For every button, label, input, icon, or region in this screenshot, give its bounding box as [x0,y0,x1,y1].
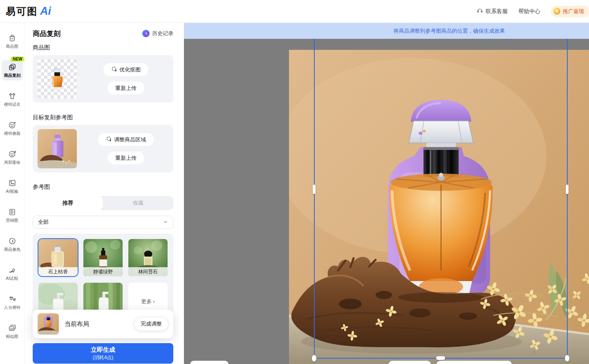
sidebar-item-inpaint[interactable]: 局部重绘 [2,147,23,167]
lasso-icon [106,136,112,143]
logo-text: 易可图 [6,5,38,18]
product-image-card: 优化抠图 重新上传 [33,55,173,103]
finish-adjust-button[interactable]: 完成调整 [134,317,168,331]
sidebar-item-label: 商品换色 [4,247,20,252]
selection-handle-mid-right[interactable] [566,185,569,194]
chevron-down-icon [163,219,168,226]
sidebar-item-recolor[interactable]: 商品换色 [2,234,23,255]
app-logo[interactable]: 易可图 Ai [6,5,51,18]
sidebar-item-product-image[interactable]: 商品图 [2,31,23,51]
history-label: 历史记录 [152,30,173,37]
tshirt-icon [8,92,17,100]
sidebar-item-label: 相似图 [6,334,18,339]
left-panel: 商品复刻 历史记录 商品图 [25,23,184,364]
adjust-product-area-button[interactable]: 调整商品区域 [98,133,154,146]
promo-cashback-label: 推广返现 [563,8,584,15]
high-heel-icon [8,266,17,275]
target-reference-label: 目标复刻参考图 [33,114,173,121]
sidebar-item-label: 商品复刻 [4,73,20,78]
current-layout-card: 当前布局 完成调整 [33,310,173,338]
reference-item-3[interactable]: 林间苔石 [128,239,168,276]
coin-icon: ¥ [553,8,560,15]
current-layout-label: 当前布局 [65,320,89,328]
reupload-product-button[interactable]: 重新上传 [107,82,144,94]
smiley-face-icon [8,121,17,130]
help-center-label: 帮助中心 [518,8,540,15]
sidebar-item-ai-video[interactable]: AI视频 [2,176,23,197]
mannequin-icon [8,295,17,304]
sidebar-item-label: 局部重绘 [4,160,20,165]
category-select[interactable]: 全部 [33,216,173,229]
reference-item-label: 石上枯香 [38,267,78,276]
notice-bar: 将商品调整到参考图商品的位置，确保生成效果 [184,23,589,39]
sidebar-item-mannequin[interactable]: 人台模特 [2,292,23,313]
sidebar-nav: 商品图 NEW 商品复刻 模特试衣 模特换脸 局部重绘 [0,23,25,364]
header-actions: 联系客服 帮助中心 ¥ 推广返现 [477,6,589,17]
sidebar-item-ai-shoes[interactable]: AI试鞋 [2,263,23,284]
contact-service-link[interactable]: 联系客服 [477,7,508,15]
history-button[interactable]: 历史记录 [142,30,173,37]
sidebar-item-marketing-image[interactable]: 营销图 [2,205,23,226]
sidebar-item-product-replicate[interactable]: NEW 商品复刻 [2,60,23,80]
promo-cashback-button[interactable]: ¥ 推广返现 [551,6,589,17]
smiley-sparkle-icon [8,150,17,159]
sidebar-item-model-tryon[interactable]: 模特试衣 [2,89,23,109]
optimize-cutout-button[interactable]: 优化抠图 [103,63,148,76]
sidebar-item-label: AI视频 [6,189,18,194]
headset-icon [477,7,483,15]
selection-handle-bottom-center[interactable] [436,356,445,360]
reference-label: 参考图 [33,183,173,191]
history-clock-icon [142,30,150,37]
chevron-right-icon: › [153,298,155,304]
sidebar-item-similar-image[interactable]: 相似图 [2,321,23,342]
image-video-icon [8,179,17,188]
selection-left-edge[interactable] [314,39,315,358]
product-image-label: 商品图 [33,44,173,51]
bottom-toolbar-button-left[interactable] [190,361,228,364]
reupload-target-button[interactable]: 重新上传 [107,152,144,164]
bottom-toolbar-button-right[interactable] [437,361,512,364]
generate-cost-label: (消耗4点) [93,354,114,361]
target-reference-card: 调整商品区域 重新上传 [33,125,173,172]
sidebar-item-label: AI试鞋 [6,276,18,281]
app-header: 易可图 Ai 联系客服 帮助中心 ¥ 推广返现 [0,0,589,23]
bottom-toolbar-button-center[interactable] [389,361,431,364]
reference-tabs: 推荐 收藏 [33,196,173,210]
sidebar-item-face-swap[interactable]: 模特换脸 [2,118,23,138]
color-droplet-icon [8,237,17,246]
selection-handle-bottom-left[interactable] [312,355,316,362]
product-thumbnail [38,59,77,98]
new-badge: NEW [11,56,24,62]
scene-image [289,50,589,364]
duplicate-bag-icon [8,63,17,71]
layout-thumbnail [38,313,59,335]
sidebar-item-label: 人台模特 [4,305,20,310]
lasso-icon [111,66,117,73]
tab-recommend[interactable]: 推荐 [33,196,103,210]
tab-favorite[interactable]: 收藏 [103,196,173,210]
generate-button[interactable]: 立即生成 (消耗4点) [33,343,173,364]
page-title: 商品复刻 [33,29,60,38]
app-root: 易可图 Ai 联系客服 帮助中心 ¥ 推广返现 [0,0,589,364]
selection-handle-bottom-right[interactable] [565,355,569,362]
selection-handle-mid-left[interactable] [313,185,316,194]
logo-ai-text: Ai [40,5,51,18]
help-center-link[interactable]: 帮助中心 [518,8,540,15]
contact-service-label: 联系客服 [486,8,508,15]
reference-item-label: 静谧绿野 [83,267,123,276]
similar-images-icon [8,324,17,333]
reference-item-1[interactable]: 石上枯香 [38,239,78,276]
editor-canvas: 将商品调整到参考图商品的位置，确保生成效果 [184,23,589,364]
category-select-value: 全部 [38,219,49,226]
reference-item-label: 林间苔石 [128,267,168,276]
sidebar-item-label: 模特换脸 [4,131,20,136]
document-icon [8,208,17,217]
reference-item-2[interactable]: 静谧绿野 [83,239,123,276]
sidebar-item-label: 营销图 [6,218,18,223]
shopping-bag-icon [8,33,17,42]
generate-label: 立即生成 [91,346,115,354]
notice-text: 将商品调整到参考图商品的位置，确保生成效果 [394,27,505,35]
sidebar-item-label: 模特试衣 [4,102,20,107]
selection-right-edge[interactable] [567,39,568,358]
target-thumbnail [38,129,77,168]
